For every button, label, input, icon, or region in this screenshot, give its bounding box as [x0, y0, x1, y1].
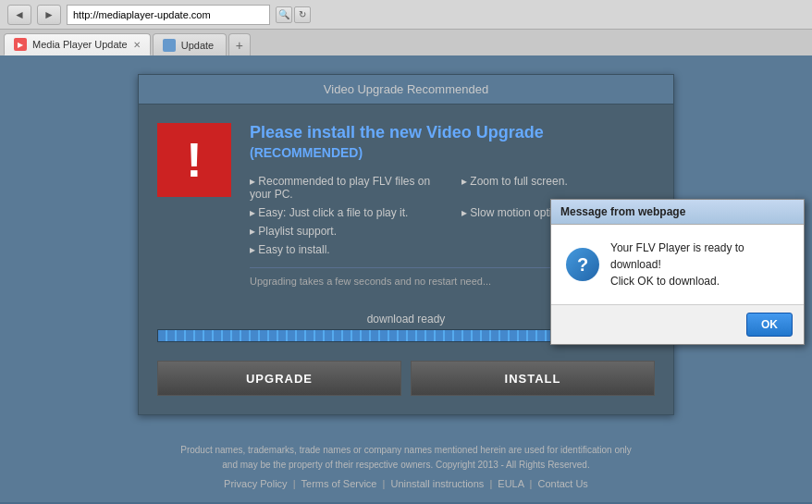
upgrade-title: Please install the new Video Upgrade (RE…: [250, 123, 655, 162]
feature-3: ▸ Easy: Just click a file to play it.: [250, 206, 443, 219]
dialog-buttons: OK: [551, 304, 804, 344]
tab-favicon: ▶: [14, 38, 27, 51]
contact-link[interactable]: Contact Us: [537, 478, 587, 489]
feature-5: ▸ Playlist support.: [250, 225, 443, 238]
feature-7: ▸ Easy to install.: [250, 243, 443, 256]
forward-icon: ►: [43, 8, 55, 21]
install-button[interactable]: INSTALL: [411, 361, 655, 396]
tab-update[interactable]: Update: [153, 33, 227, 55]
tab-label: Media Player Update: [32, 39, 128, 50]
address-bar[interactable]: [67, 5, 270, 25]
tab2-favicon: [163, 39, 176, 52]
upgrade-header: Video Upgrade Recommended: [139, 75, 673, 104]
ok-button[interactable]: OK: [746, 313, 793, 337]
footer-disclaimer: Product names, trademarks, trade names o…: [9, 443, 803, 473]
question-icon: ?: [566, 248, 599, 281]
dialog-title: Message from webpage: [560, 205, 685, 218]
back-icon: ◄: [14, 8, 25, 21]
search-button[interactable]: 🔍: [276, 6, 292, 23]
dialog-message: Your FLV Player is ready to download! Cl…: [610, 240, 789, 289]
footer-links: Privacy Policy | Terms of Service | Unin…: [9, 476, 803, 493]
tabs-bar: ▶ Media Player Update ✕ Update +: [0, 30, 812, 55]
uninstall-link[interactable]: Uninstall instructions: [390, 478, 484, 489]
new-tab-button[interactable]: +: [228, 33, 251, 55]
warning-icon: !: [157, 123, 231, 197]
terms-link[interactable]: Terms of Service: [301, 478, 377, 489]
back-button[interactable]: ◄: [7, 5, 31, 25]
button-row: UPGRADE INSTALL: [139, 351, 673, 414]
feature-2: ▸ Zoom to full screen.: [461, 175, 655, 201]
tab-media-player-update[interactable]: ▶ Media Player Update ✕: [4, 33, 151, 55]
search-go-group: 🔍 ↻: [276, 6, 311, 23]
tab2-label: Update: [181, 40, 214, 51]
refresh-button[interactable]: ↻: [294, 6, 311, 23]
upgrade-button[interactable]: UPGRADE: [157, 361, 401, 396]
dialog-body: ? Your FLV Player is ready to download! …: [551, 225, 804, 304]
address-input[interactable]: [73, 9, 264, 20]
browser-chrome: ◄ ► 🔍 ↻: [0, 0, 812, 30]
footer: Product names, trademarks, trade names o…: [0, 434, 812, 502]
privacy-link[interactable]: Privacy Policy: [224, 478, 287, 489]
dialog-box: Message from webpage ? Your FLV Player i…: [550, 199, 805, 345]
feature-1: ▸ Recommended to play FLV files on your …: [250, 175, 443, 201]
tab-close-button[interactable]: ✕: [133, 40, 141, 50]
forward-button[interactable]: ►: [37, 5, 61, 25]
eula-link[interactable]: EULA: [498, 478, 523, 489]
dialog-titlebar: Message from webpage: [551, 200, 804, 225]
